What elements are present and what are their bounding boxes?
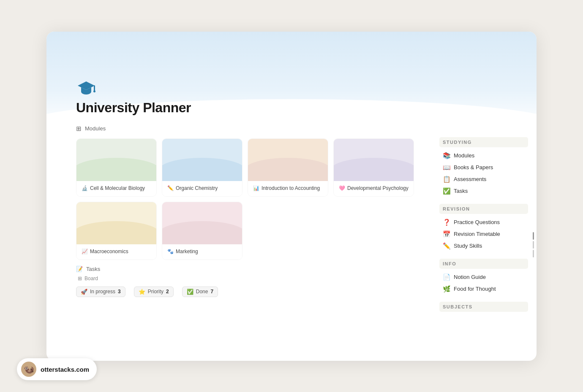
status-dot-priority: ⭐ (139, 289, 145, 295)
sidebar-item-icon-study-skills: ✏️ (443, 242, 450, 250)
scrollbar-bar-3 (533, 250, 534, 257)
card-wave-cell-bio (76, 158, 156, 181)
sidebar-item-modules[interactable]: 📚 Modules (439, 150, 528, 162)
card-title-macro: Macroeconomics (90, 249, 128, 254)
sidebar-section-title-info: INFO (439, 259, 528, 269)
sidebar-item-label-practice-questions: Practice Questions (454, 219, 500, 225)
sidebar-item-icon-tasks: ✅ (443, 187, 450, 195)
card-wave-marketing (162, 221, 242, 244)
sidebar-item-label-food-thought: Food for Thought (454, 286, 496, 292)
sidebar-section-title-revision: REVISION (439, 204, 528, 214)
status-count-done: 7 (210, 289, 213, 295)
sidebar-item-icon-books-papers: 📖 (443, 164, 450, 171)
app-window: University Planner ⊞ Modules 🔬 Cell & Mo… (46, 32, 537, 361)
module-card-marketing[interactable]: 🐾 Marketing (162, 202, 242, 260)
card-label-cell-bio: 🔬 Cell & Molecular Biology (76, 181, 156, 196)
sidebar-item-revision-timetable[interactable]: 📅 Revision Timetable (439, 228, 528, 240)
card-title-marketing: Marketing (176, 249, 198, 254)
status-badge-priority[interactable]: ⭐ Priority 2 (134, 287, 174, 297)
tasks-icon: 📝 (76, 266, 83, 272)
card-wave-dev-psych (334, 158, 414, 181)
sidebar-item-assessments[interactable]: 📋 Assessments (439, 173, 528, 185)
sidebar-item-icon-food-thought: 🌿 (443, 285, 450, 293)
content-area: University Planner ⊞ Modules 🔬 Cell & Mo… (46, 78, 435, 361)
scrollbar-bar-2 (533, 241, 534, 249)
card-wave-organic-chem (162, 158, 242, 181)
card-label-accounting: 📊 Introduction to Accounting (248, 181, 328, 196)
card-emoji-dev-psych: 🩷 (339, 185, 345, 191)
sidebar-item-icon-practice-questions: ❓ (443, 219, 450, 226)
page-title: University Planner (76, 100, 414, 116)
sidebar-item-notion-guide[interactable]: 📄 Notion Guide (439, 271, 528, 283)
sidebar-section-revision: REVISION ❓ Practice Questions 📅 Revision… (439, 204, 528, 252)
modules-label-text: Modules (85, 125, 106, 132)
module-card-macro[interactable]: 📈 Macroeconomics (76, 202, 157, 260)
scrollbar-bar-1 (533, 232, 534, 240)
tasks-section: 📝 Tasks ⊞ Board 🚀 In progress 3 ⭐ Priori… (76, 266, 414, 297)
card-title-dev-psych: Developmental Psychology (347, 185, 409, 191)
watermark: 🦦 otterstacks.com (17, 358, 97, 380)
card-emoji-cell-bio: 🔬 (82, 185, 88, 191)
sidebar-item-icon-assessments: 📋 (443, 176, 450, 183)
module-cards-grid: 🔬 Cell & Molecular Biology ✏️ Organic Ch… (76, 138, 414, 260)
module-card-accounting[interactable]: 📊 Introduction to Accounting (248, 138, 328, 197)
status-label-priority: Priority (148, 289, 163, 295)
sidebar-item-label-books-papers: Books & Papers (454, 164, 493, 170)
board-label: ⊞ Board (76, 276, 414, 281)
sidebar-item-label-modules: Modules (454, 152, 474, 159)
sidebar-section-subjects: SUBJECTS (439, 302, 528, 312)
sidebar-item-label-study-skills: Study Skills (454, 243, 482, 249)
tasks-label: 📝 Tasks (76, 266, 414, 272)
svg-rect-1 (94, 85, 95, 91)
sidebar-item-tasks[interactable]: ✅ Tasks (439, 185, 528, 197)
sidebar-item-icon-modules: 📚 (443, 152, 450, 160)
sidebar-item-study-skills[interactable]: ✏️ Study Skills (439, 240, 528, 252)
sidebar-item-label-revision-timetable: Revision Timetable (454, 231, 500, 237)
card-title-organic-chem: Organic Chemistry (176, 185, 218, 191)
status-label-in-progress: In progress (90, 289, 115, 295)
sidebar-section-info: INFO 📄 Notion Guide 🌿 Food for Thought (439, 259, 528, 295)
watermark-text: otterstacks.com (41, 366, 89, 373)
sidebar-item-icon-notion-guide: 📄 (443, 273, 450, 281)
status-count-priority: 2 (166, 289, 169, 295)
scrollbar-widget[interactable] (533, 232, 534, 257)
card-bg-accounting (248, 139, 328, 181)
status-label-done: Done (196, 289, 208, 295)
card-title-cell-bio: Cell & Molecular Biology (90, 185, 145, 191)
card-emoji-marketing: 🐾 (167, 249, 174, 254)
module-card-organic-chem[interactable]: ✏️ Organic Chemistry (162, 138, 242, 197)
module-card-cell-bio[interactable]: 🔬 Cell & Molecular Biology (76, 138, 157, 197)
sidebar-item-practice-questions[interactable]: ❓ Practice Questions (439, 216, 528, 228)
modules-icon: ⊞ (76, 125, 82, 132)
status-badge-done[interactable]: ✅ Done 7 (182, 287, 218, 297)
board-label-text: Board (84, 276, 98, 281)
main-layout: University Planner ⊞ Modules 🔬 Cell & Mo… (46, 129, 537, 361)
card-wave-macro (76, 221, 156, 244)
sidebar-section-studying: STUDYING 📚 Modules 📖 Books & Papers 📋 As… (439, 137, 528, 197)
status-dot-done: ✅ (187, 289, 193, 295)
card-emoji-organic-chem: ✏️ (167, 185, 174, 191)
card-bg-cell-bio (76, 139, 156, 181)
card-wave-accounting (248, 158, 328, 181)
status-row: 🚀 In progress 3 ⭐ Priority 2 ✅ Done 7 (76, 287, 414, 297)
svg-marker-0 (78, 81, 95, 90)
sidebar: STUDYING 📚 Modules 📖 Books & Papers 📋 As… (435, 129, 537, 361)
sidebar-item-food-thought[interactable]: 🌿 Food for Thought (439, 283, 528, 295)
sidebar-item-label-tasks: Tasks (454, 188, 468, 194)
board-icon: ⊞ (78, 276, 82, 281)
watermark-icon: 🦦 (21, 362, 36, 377)
card-label-marketing: 🐾 Marketing (162, 244, 242, 260)
status-count-in-progress: 3 (118, 289, 121, 295)
card-emoji-accounting: 📊 (253, 185, 259, 191)
page-icon (76, 78, 96, 100)
module-card-dev-psych[interactable]: 🩷 Developmental Psychology (333, 138, 414, 197)
modules-section-label: ⊞ Modules (76, 125, 414, 132)
sidebar-item-label-assessments: Assessments (454, 176, 486, 182)
card-label-organic-chem: ✏️ Organic Chemistry (162, 181, 242, 196)
status-badge-in-progress[interactable]: 🚀 In progress 3 (76, 287, 125, 297)
card-emoji-macro: 📈 (82, 249, 88, 254)
sidebar-item-label-notion-guide: Notion Guide (454, 274, 486, 280)
sidebar-item-books-papers[interactable]: 📖 Books & Papers (439, 162, 528, 173)
card-bg-dev-psych (334, 139, 414, 181)
card-label-dev-psych: 🩷 Developmental Psychology (334, 181, 414, 196)
